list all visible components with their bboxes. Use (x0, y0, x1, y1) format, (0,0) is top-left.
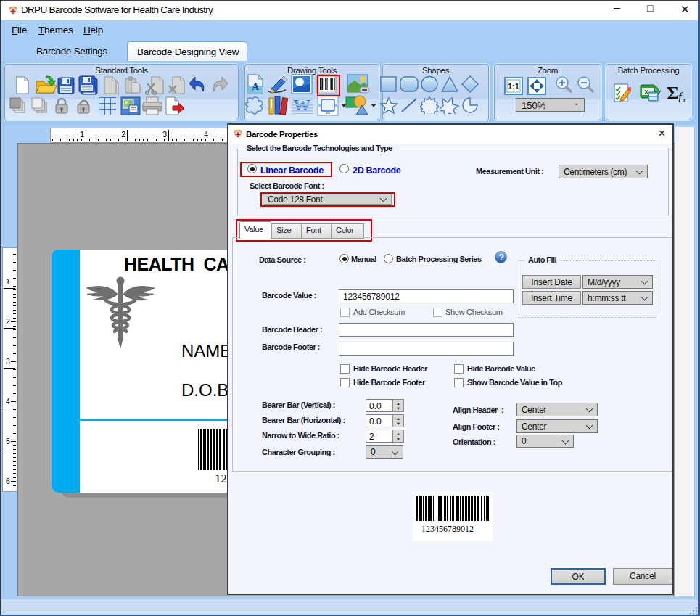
svg-text:Σ: Σ (667, 83, 679, 102)
svg-text:1:1: 1:1 (508, 82, 519, 91)
svg-text:x: x (682, 95, 686, 102)
svg-text:X: X (644, 89, 648, 96)
svg-text:A: A (252, 81, 260, 92)
